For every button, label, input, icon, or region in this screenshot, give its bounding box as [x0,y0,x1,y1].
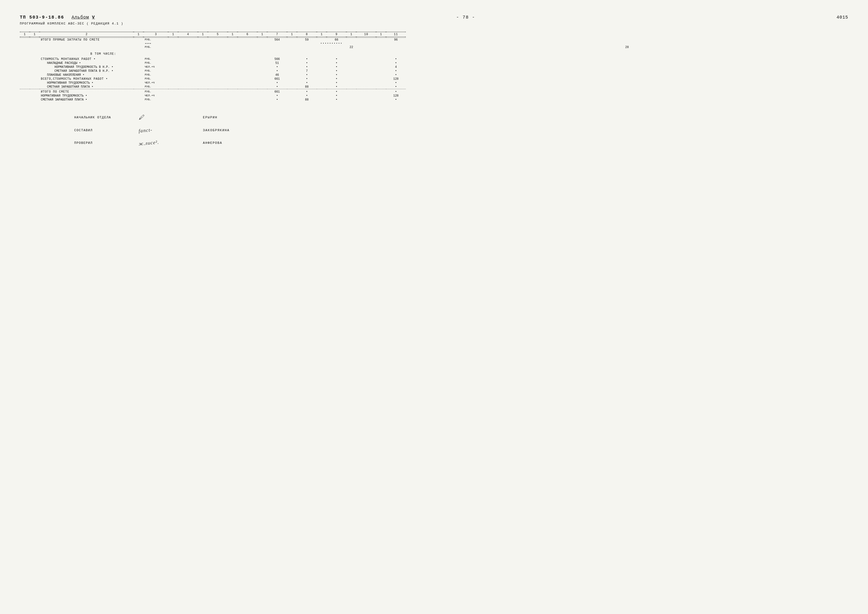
itogo-sub2-unit: РУБ. [144,45,168,49]
album-label: Альбом V [71,15,95,20]
normat-trudoemk-nr-row: НОРМАТИВНАЯ ТРУДОЕМКОСТЬ В Н.Р. • ЧЕЛ.•Ч… [20,65,848,69]
normat-trudoemk3-row: НОРМАТИВНАЯ ТРУДОЕМКОСТЬ • ЧЕЛ.•Ч • • • … [20,94,848,98]
sostavil-label: СОСТАВИЛ [74,129,124,132]
col-h16: 1 [317,32,327,37]
normat-trudoemk2-row: НОРМАТИВНАЯ ТРУДОЕМКОСТЬ • ЧЕЛ.•Ч • • • … [20,81,848,85]
itogo-unit: РУБ. [144,38,168,42]
col-h18: 1 [346,32,356,37]
nakladnye-row: НАКЛАДНЫЕ РАСХОДЫ • РУБ. 51 • • • [20,61,848,65]
col-h7: 4 [178,32,198,37]
smetnaya-zp3-row: СМЕТНАЯ ЗАРАБОТНАЯ ПЛАТА • РУБ. • 88 • • [20,98,848,102]
col-h2: 1 [30,32,40,37]
itogo-sub2-col9: 22 [346,45,356,49]
doc-id: ТП 503-9-18.86 [20,15,64,20]
sostavil-signature: fanct- [139,127,188,133]
subheader: ПРОГРАММНЫЙ КОМПЛЕКС АВС-3ЕС ( РЕДАКЦИЯ … [20,22,848,25]
itogo-sub2-row: РУБ. 22 28 [20,45,848,49]
col-h1: 1 [20,32,30,37]
proveril-label: ПРОВЕРИЛ [74,141,124,145]
col-h5: 3 [144,32,168,37]
proveril-signature: ж.лисе². [139,140,188,146]
col-h17: 9 [327,32,346,37]
col-h20: 1 [376,32,386,37]
nachalnik-signature: 🖊 [139,114,188,121]
col-h19: 10 [356,32,376,37]
itogo-col11: 96 [386,38,406,42]
itogo-sub2-col11: 28 [406,45,848,49]
col-h21: 11 [386,32,406,37]
col-h15: 8 [297,32,317,37]
col-h12: 1 [257,32,267,37]
proveril-row: ПРОВЕРИЛ ж.лисе². АНФЕРОВА [74,140,848,146]
page: ТП 503-9-18.86 Альбом V - 78 - 4015 ПРОГ… [20,15,848,599]
col-h8: 1 [198,32,208,37]
col-h4: 1 [133,32,144,37]
nachalnik-name: ЕРЫРИН [203,116,217,119]
page-number: - 78 - [95,15,837,20]
sostavil-name: ЗАКОБРЯКИНА [203,129,229,132]
col-h6: 1 [168,32,178,37]
main-table: 1 1 2 1 3 1 4 1 5 1 6 1 7 1 8 1 9 1 10 1… [20,32,848,102]
col-h13: 7 [267,32,287,37]
proveril-name: АНФЕРОВА [203,141,222,145]
smetnaya-zp2-row: СМЕТНАЯ ЗАРАБОТНАЯ ПЛАТА • РУБ. • 88 • • [20,85,848,89]
nachalnik-label: НАЧАЛЬНИК ОТДЕЛА [74,116,124,119]
smetnaya-zp-nr-row: СМЕТНАЯ ЗАРАБОТНАЯ ПЛАТА В Н.Р. • РУБ. •… [20,69,848,73]
vsego-stoimost-row: ВСЕГО,СТОИМОСТЬ МОНТАЖНЫХ РАБОТ • РУБ. 6… [20,77,848,81]
doc-number: 4015 [837,15,848,20]
col-h3: 2 [40,32,133,37]
header-left: ТП 503-9-18.86 Альбом V [20,15,95,20]
col-h9: 5 [208,32,228,37]
col-h10: 1 [228,32,237,37]
itogo-col9: 66 [327,38,346,42]
itogo-row: ИТОГО ПРЯМЫЕ ЗАТРАТЫ ПО СМЕТЕ РУБ. 564 5… [20,38,848,42]
col-h14: 1 [287,32,297,37]
program-name: ПРОГРАММНЫЙ КОМПЛЕКС АВС-3ЕС ( РЕДАКЦИЯ … [20,22,124,25]
col-header-row: 1 1 2 1 3 1 4 1 5 1 6 1 7 1 8 1 9 1 10 1… [20,32,848,37]
itogo-sub1-row: •••• •••••••••• [20,42,848,45]
nachalnik-row: НАЧАЛЬНИК ОТДЕЛА 🖊 ЕРЫРИН [74,114,848,121]
planovye-row: ПЛАНОВЫЕ НАКОПЛЕНИЯ • РУБ. 46 • • • [20,73,848,77]
sostavil-row: СОСТАВИЛ fanct- ЗАКОБРЯКИНА [74,127,848,133]
itogo-sub1-unit: •••• [144,42,168,45]
header: ТП 503-9-18.86 Альбом V - 78 - 4015 [20,15,848,20]
footer-section: НАЧАЛЬНИК ОТДЕЛА 🖊 ЕРЫРИН СОСТАВИЛ fanct… [20,114,848,146]
v-tom-chisle-row: В ТОМ ЧИСЛЕ: [20,49,848,56]
stoimost-row: СТОИМОСТЬ МОНТАЖНЫХ РАБОТ • РУБ. 566 • •… [20,56,848,61]
col-h11: 6 [237,32,257,37]
itogo-smeta-row: ИТОГО ПО СМЕТЕ РУБ. 661 • • • [20,89,848,94]
itogo-label: ИТОГО ПРЯМЫЕ ЗАТРАТЫ ПО СМЕТЕ [40,38,133,42]
itogo-col7: 564 [267,38,287,42]
itogo-col8: 59 [297,38,317,42]
